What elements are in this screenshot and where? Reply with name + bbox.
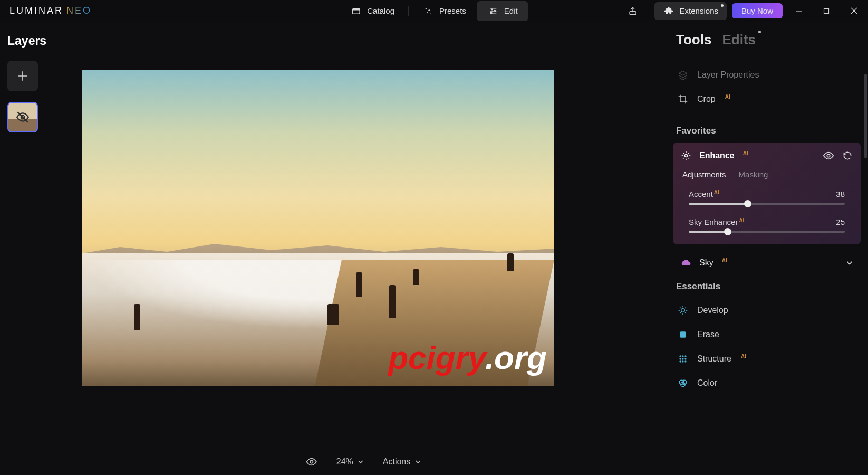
- image-canvas[interactable]: pcigry.org: [82, 70, 554, 386]
- nav-presets-label: Presets: [439, 6, 466, 15]
- tab-tools[interactable]: Tools: [676, 32, 711, 48]
- svg-point-5: [491, 8, 493, 10]
- visibility-hidden-icon: [16, 110, 30, 124]
- layers-title: Layers: [7, 34, 63, 48]
- chevron-down-icon: [358, 459, 364, 465]
- right-tabs: Tools Edits: [676, 32, 861, 48]
- enhance-card: Enhance AI Adjustments Masking AccentAI …: [673, 142, 861, 244]
- actions-label: Actions: [383, 457, 410, 467]
- tool-crop[interactable]: Crop AI: [673, 87, 861, 111]
- subtab-masking[interactable]: Masking: [739, 170, 768, 179]
- svg-point-7: [490, 12, 492, 14]
- accent-slider-fill: [689, 203, 748, 205]
- nav-catalog-label: Catalog: [367, 6, 394, 15]
- actions-dropdown[interactable]: Actions: [383, 457, 421, 467]
- enhance-header[interactable]: Enhance AI: [673, 142, 861, 169]
- share-button[interactable]: [624, 2, 642, 20]
- enhance-visibility-toggle[interactable]: [823, 150, 834, 162]
- photo-figure: [389, 285, 396, 318]
- sky-enhancer-value: 25: [836, 217, 845, 226]
- canvas-area: pcigry.org 24% Actions: [63, 22, 663, 475]
- watermark-b: .org: [485, 339, 547, 376]
- svg-point-22: [679, 360, 681, 362]
- tools-panel: Tools Edits Layer Properties Crop AI Fav…: [663, 22, 868, 475]
- svg-point-24: [684, 360, 686, 362]
- canvas-footer: 24% Actions: [306, 456, 421, 468]
- logo-text-luminar: LUMINAR: [9, 5, 63, 16]
- photo-figure: [356, 272, 362, 297]
- sliders-icon: [487, 5, 499, 17]
- enhance-reset-button[interactable]: [842, 150, 853, 162]
- sky-enhancer-slider-knob[interactable]: [724, 228, 731, 235]
- layers-panel: Layers: [0, 22, 63, 475]
- subtab-adjustments[interactable]: Adjustments: [682, 170, 726, 179]
- crop-icon: [677, 93, 689, 105]
- accent-slider-block: AccentAI 38: [673, 186, 861, 207]
- tab-tools-label: Tools: [676, 32, 711, 48]
- add-layer-button[interactable]: [7, 61, 38, 91]
- tool-structure[interactable]: Structure AI: [673, 347, 861, 371]
- svg-rect-9: [824, 8, 829, 13]
- titlebar: LUMINAR NEO Catalog Presets Edit: [0, 0, 868, 22]
- tool-develop-label: Develop: [697, 306, 728, 315]
- nav-catalog[interactable]: Catalog: [340, 1, 405, 21]
- tool-sky-label: Sky: [699, 258, 713, 268]
- svg-rect-15: [680, 331, 686, 338]
- section-favorites: Favorites: [676, 126, 861, 136]
- sky-enhancer-slider[interactable]: [689, 231, 845, 233]
- tab-edits[interactable]: Edits: [722, 32, 756, 48]
- ai-badge: AI: [725, 94, 730, 100]
- window-close[interactable]: [843, 1, 865, 21]
- tool-color[interactable]: Color: [673, 371, 861, 395]
- section-essentials: Essentials: [676, 281, 861, 292]
- tool-sky[interactable]: Sky AI: [673, 250, 861, 276]
- svg-point-12: [685, 155, 688, 157]
- watermark: pcigry.org: [388, 339, 547, 377]
- svg-point-4: [430, 13, 431, 14]
- window-minimize[interactable]: [788, 1, 810, 21]
- svg-point-1: [425, 8, 426, 9]
- ai-badge: AI: [722, 258, 727, 263]
- svg-point-20: [682, 358, 683, 359]
- preview-toggle[interactable]: [306, 456, 317, 468]
- cloud-icon: [680, 257, 692, 269]
- tool-develop[interactable]: Develop: [673, 298, 861, 322]
- svg-point-2: [428, 10, 430, 11]
- watermark-a: pcigry: [388, 339, 485, 376]
- sky-enhancer-label: Sky EnhancerAI: [689, 217, 744, 226]
- layers-icon: [677, 69, 689, 81]
- photo-figure: [413, 269, 419, 285]
- nav-edit-label: Edit: [504, 6, 518, 15]
- svg-point-6: [494, 10, 495, 12]
- ai-badge: AI: [743, 150, 748, 156]
- tool-layer-properties[interactable]: Layer Properties: [673, 63, 861, 87]
- tab-edits-label: Edits: [722, 32, 756, 48]
- photo-figure: [327, 304, 339, 325]
- buy-now-button[interactable]: Buy Now: [732, 3, 783, 18]
- sky-enhancer-slider-fill: [689, 231, 728, 233]
- tool-erase[interactable]: Erase: [673, 322, 861, 347]
- layer-thumbnail[interactable]: [7, 102, 38, 132]
- edits-dot: [758, 31, 761, 33]
- ai-badge: AI: [714, 189, 719, 195]
- titlebar-right: Extensions Buy Now: [624, 1, 865, 21]
- structure-icon: [677, 353, 689, 365]
- workspace: Layers pcigry.org: [0, 22, 868, 475]
- accent-slider-knob[interactable]: [744, 200, 751, 207]
- tool-crop-label: Crop: [697, 94, 716, 104]
- svg-point-16: [679, 355, 681, 357]
- chevron-down-icon: [414, 459, 421, 465]
- accent-slider[interactable]: [689, 203, 845, 205]
- nav-separator: [408, 6, 409, 16]
- ai-badge: AI: [739, 217, 744, 223]
- photo-figure: [134, 304, 140, 330]
- window-maximize[interactable]: [815, 1, 837, 21]
- nav-presets[interactable]: Presets: [412, 1, 477, 21]
- zoom-dropdown[interactable]: 24%: [336, 457, 364, 467]
- enhance-icon: [680, 150, 692, 162]
- photo-figure: [507, 253, 514, 271]
- nav-edit[interactable]: Edit: [477, 1, 528, 21]
- extensions-button[interactable]: Extensions: [654, 2, 727, 20]
- notification-dot: [721, 4, 724, 7]
- scrollbar[interactable]: [864, 74, 867, 158]
